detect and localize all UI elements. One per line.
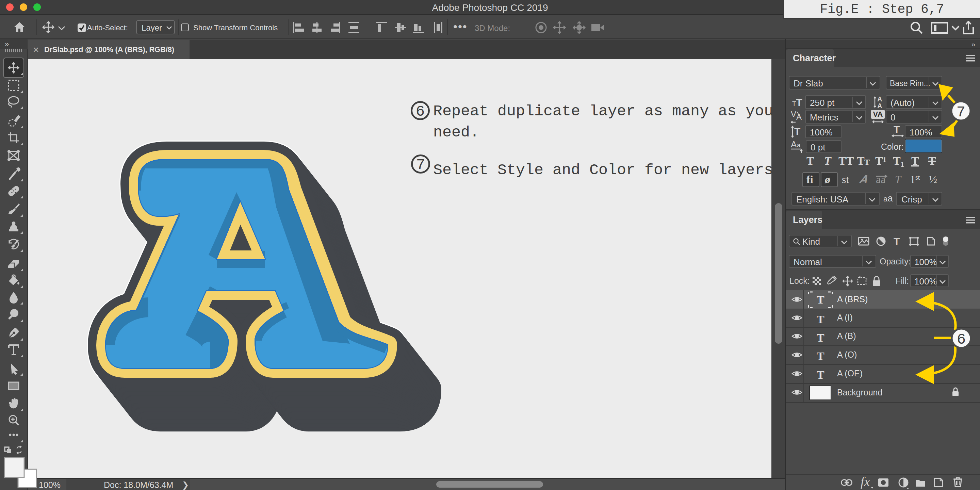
svg-text:7: 7 — [956, 104, 966, 121]
svg-text:6: 6 — [957, 331, 966, 348]
